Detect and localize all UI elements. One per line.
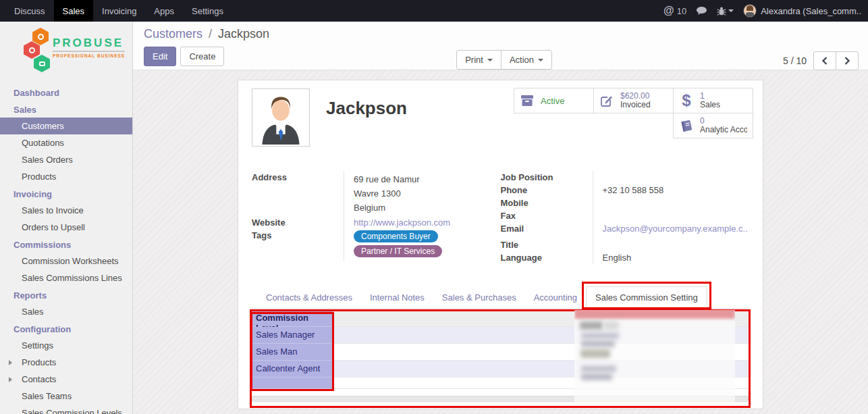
main-area: Customers / Jackpson Edit Create Print A…: [133, 22, 868, 414]
blurred-cell-content: [604, 321, 619, 330]
breadcrumb-customers-link[interactable]: Customers: [144, 27, 202, 41]
brand-logo[interactable]: PROBUSE PROFESSIONAL BUSINESS: [0, 22, 132, 81]
blurred-pink-bar: [574, 310, 735, 319]
tag-partner-it-services[interactable]: Partner / IT Services: [354, 245, 442, 257]
commission-level-cell[interactable]: Sales Man: [252, 344, 333, 361]
sidebar-section-configuration[interactable]: Configuration: [0, 320, 132, 337]
commission-level-header[interactable]: Commission Level: [252, 310, 333, 327]
commission-level-cell-empty[interactable]: [252, 378, 333, 389]
mentions-counter[interactable]: @ 10: [663, 5, 686, 17]
sidebar-item-sales-to-invoice[interactable]: Sales to Invoice: [0, 202, 132, 219]
field-group-left: Address 69 rue de Namur Wavre 1300 Belgi…: [252, 171, 501, 264]
tags-field: Tags Components Buyer Partner / IT Servi…: [252, 229, 485, 261]
user-name: Alexandra (Sales_comm..: [761, 6, 861, 16]
archive-box-icon: [520, 95, 535, 107]
debug-menu-button[interactable]: [717, 6, 734, 16]
pager-next-button[interactable]: [836, 51, 859, 70]
tab-sales-commission-setting[interactable]: Sales Commission Setting: [586, 286, 707, 309]
top-menu-sales[interactable]: Sales: [54, 0, 94, 22]
tab-contacts-addresses[interactable]: Contacts & Addresses: [257, 287, 361, 308]
expand-arrow-icon[interactable]: [9, 377, 12, 382]
sales-label: Sales: [700, 101, 720, 109]
address-label: Address: [252, 171, 344, 216]
sidebar-item-sales-orders[interactable]: Sales Orders: [0, 151, 132, 168]
fax-value[interactable]: [593, 209, 734, 222]
language-value[interactable]: English: [593, 251, 734, 264]
blurred-cell-content: [581, 332, 619, 339]
sidebar-item-products[interactable]: Products: [0, 168, 132, 185]
top-menu-invoicing[interactable]: Invoicing: [93, 0, 145, 22]
address-value[interactable]: 69 rue de Namur Wavre 1300 Belgium: [344, 171, 485, 216]
pager-previous-button[interactable]: [813, 51, 836, 70]
chevron-down-icon: [487, 59, 493, 61]
sidebar-section-invoicing[interactable]: Invoicing: [0, 185, 132, 202]
sales-stat-button[interactable]: $ 1 Sales: [673, 88, 753, 113]
sidebar-item-config-contacts[interactable]: Contacts: [0, 371, 132, 388]
job-position-field: Job Position: [501, 171, 734, 184]
website-link[interactable]: http://www.jackpson.com: [354, 217, 450, 228]
field-groups: Address 69 rue de Namur Wavre 1300 Belgi…: [252, 171, 749, 264]
phone-value[interactable]: +32 10 588 558: [593, 184, 734, 197]
record-action-buttons: Print Action: [456, 50, 552, 70]
analytic-accounts-stat-button[interactable]: 0 Analytic Acco...: [673, 113, 753, 138]
sidebar-item-sales-commission-levels[interactable]: Sales Commission Levels: [0, 405, 132, 414]
user-menu[interactable]: Alexandra (Sales_comm..: [743, 4, 861, 18]
sidebar-item-quotations[interactable]: Quotations: [0, 134, 132, 151]
sidebar-item-settings[interactable]: Settings: [0, 337, 132, 354]
fax-field: Fax: [501, 209, 734, 222]
sidebar-item-customers[interactable]: Customers: [0, 118, 132, 134]
top-menu-settings[interactable]: Settings: [183, 0, 232, 22]
action-dropdown-button[interactable]: Action: [501, 50, 552, 70]
address-field: Address 69 rue de Namur Wavre 1300 Belgi…: [252, 171, 485, 216]
print-dropdown-button[interactable]: Print: [456, 50, 501, 70]
sidebar-item-commission-worksheets[interactable]: Commission Worksheets: [0, 253, 132, 269]
sidebar-item-sales-teams[interactable]: Sales Teams: [0, 388, 132, 405]
blurred-cell-content: [581, 373, 612, 380]
chat-bubble-icon: [696, 6, 707, 16]
commission-level-cell[interactable]: Sales Manager: [252, 327, 333, 344]
analytic-accounts-label: Analytic Acco...: [700, 126, 747, 134]
create-button[interactable]: Create: [180, 47, 224, 66]
tab-internal-notes[interactable]: Internal Notes: [361, 287, 433, 308]
sidebar-item-reports-sales[interactable]: Sales: [0, 303, 132, 320]
sidebar-item-sales-commissions-lines[interactable]: Sales Commissions Lines: [0, 269, 132, 286]
sidebar-item-config-products[interactable]: Products: [0, 354, 132, 371]
messages-button[interactable]: [696, 6, 707, 16]
pager: 5 / 10: [783, 51, 859, 70]
active-toggle-button[interactable]: Active: [514, 88, 594, 113]
commission-level-cell[interactable]: Callcenter Agent: [252, 361, 333, 378]
sidebar-section-commissions[interactable]: Commissions: [0, 236, 132, 253]
edit-button[interactable]: Edit: [144, 47, 176, 66]
sidebar-menu: Dashboard Sales Customers Quotations Sal…: [0, 81, 132, 414]
language-field: Language English: [501, 251, 734, 264]
invoiced-label: Invoiced: [620, 101, 651, 109]
tag-components-buyer[interactable]: Components Buyer: [354, 230, 438, 242]
pager-buttons: [813, 51, 859, 70]
breadcrumb: Customers / Jackpson: [144, 27, 857, 41]
title-value[interactable]: [593, 238, 734, 251]
sidebar-section-dashboard[interactable]: Dashboard: [0, 84, 132, 101]
tab-sales-purchases[interactable]: Sales & Purchases: [433, 287, 525, 308]
redacted-blurred-region: [574, 310, 735, 405]
expand-arrow-icon[interactable]: [9, 360, 12, 365]
tags-label: Tags: [252, 229, 344, 261]
breadcrumb-separator: /: [209, 27, 212, 41]
job-position-value[interactable]: [593, 171, 734, 184]
app-window: Discuss Sales Invoicing Apps Settings @ …: [0, 0, 868, 414]
sidebar-item-orders-to-upsell[interactable]: Orders to Upsell: [0, 219, 132, 236]
sidebar-section-reports[interactable]: Reports: [0, 286, 132, 303]
mobile-value[interactable]: [593, 197, 734, 209]
top-menu-discuss[interactable]: Discuss: [5, 0, 54, 22]
top-menu-apps[interactable]: Apps: [145, 0, 183, 22]
app-body: PROBUSE PROFESSIONAL BUSINESS Dashboard …: [0, 22, 868, 414]
tab-accounting[interactable]: Accounting: [525, 287, 586, 308]
email-link[interactable]: Jackpson@yourcompany.example.c..: [603, 224, 748, 234]
customer-photo[interactable]: [252, 88, 310, 147]
sidebar-section-sales[interactable]: Sales: [0, 101, 132, 118]
record-sheet: Jackpson Active: [238, 80, 763, 409]
chevron-right-icon: [843, 56, 851, 66]
phone-field: Phone +32 10 588 558: [501, 184, 734, 197]
invoiced-stat-button[interactable]: $620.00 Invoiced: [593, 88, 674, 113]
at-icon: @: [663, 5, 674, 17]
blurred-cell-content: [581, 365, 616, 372]
